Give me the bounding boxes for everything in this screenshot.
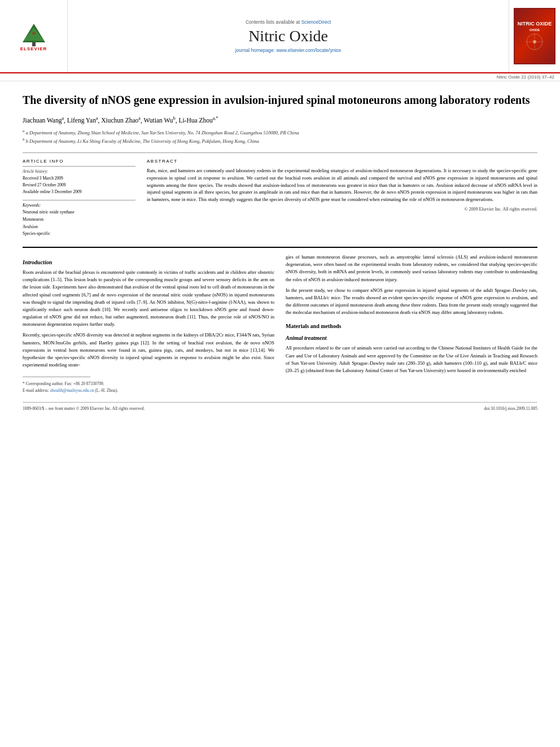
history-label: Article history: <box>23 169 135 174</box>
body-left-column: Introduction Roots avulsion of the brach… <box>23 254 274 394</box>
journal-title-header: Nitric Oxide <box>248 27 328 45</box>
authors-line: Jiachuan Wanga, Lifeng Yana, Xiuchun Zha… <box>23 115 537 125</box>
abstract-label: ABSTRACT <box>147 159 537 164</box>
page-header: ELSEVIER Contents lists available at Sci… <box>0 0 560 73</box>
info-abstract-section: ARTICLE INFO Article history: Received 3… <box>23 159 537 238</box>
abstract-text: Rats, mice, and hamsters are commonly us… <box>147 167 537 203</box>
elsevier-tree-icon <box>17 21 51 46</box>
article-dates: Received 3 March 2009 Revised 27 October… <box>23 175 135 195</box>
footnote-divider <box>23 377 90 377</box>
affiliations-block: a a Department of Anatomy, Zhong Shan Sc… <box>23 128 537 145</box>
elsevier-logo-block: ELSEVIER <box>0 0 68 72</box>
footnote-corresponding: * Corresponding author. Fax: +86 20 8733… <box>23 381 274 387</box>
article-title: The diversity of nNOS gene expression in… <box>23 93 537 107</box>
introduction-heading: Introduction <box>23 259 274 265</box>
journal-center-header: Contents lists available at ScienceDirec… <box>68 0 509 72</box>
copyright-line: © 2009 Elsevier Inc. All rights reserved… <box>147 207 537 212</box>
keywords-block: Keywords: Neuronal nitric oxide synthase… <box>23 200 135 238</box>
sciencedirect-line: Contents lists available at ScienceDirec… <box>246 19 331 25</box>
intro-paragraph-2: Recently, species-specific nNOS diversit… <box>23 331 274 369</box>
footnote-email-link[interactable]: zhoulih@mailsysu.edu.cn <box>50 388 94 393</box>
sciencedirect-link[interactable]: ScienceDirect <box>301 19 331 25</box>
right-paragraph-2: In the present study, we chose to compar… <box>286 287 537 317</box>
keywords-list: Neuronal nitric oxide synthase Motoneuro… <box>23 209 135 238</box>
body-right-column: gies of human motoneuron disease process… <box>286 254 537 394</box>
animal-treatment-heading: Animal treatment <box>286 335 537 341</box>
doi-text: doi:10.1016/j.niox.2009.11.005 <box>484 406 537 411</box>
main-content: The diversity of nNOS gene expression in… <box>0 81 560 422</box>
intro-paragraph-1: Roots avulsion of the brachial plexus is… <box>23 269 274 328</box>
issn-text: 1089-8603/$ – see front matter © 2009 El… <box>23 406 145 411</box>
journal-homepage: journal homepage: www.elsevier.com/locat… <box>235 47 342 53</box>
citation-line: Nitric Oxide 22 (2010) 37–42 <box>0 73 560 81</box>
article-info-column: ARTICLE INFO Article history: Received 3… <box>23 159 135 238</box>
footnote-email: E-mail address: zhoulih@mailsysu.edu.cn … <box>23 387 274 394</box>
cover-art-icon <box>520 32 549 51</box>
divider-2 <box>23 247 537 248</box>
elsevier-text: ELSEVIER <box>20 46 47 51</box>
article-info-label: ARTICLE INFO <box>23 159 135 164</box>
right-paragraph-1: gies of human motoneuron disease process… <box>286 254 537 283</box>
divider-1 <box>23 152 537 153</box>
nitric-oxide-cover-icon: NITRIC OXIDE OXIDE <box>514 8 555 64</box>
animal-treatment-text: All procedures related to the care of an… <box>286 344 537 374</box>
journal-right-logo: NITRIC OXIDE OXIDE <box>509 0 560 72</box>
svg-point-3 <box>32 32 36 35</box>
svg-point-7 <box>533 40 536 43</box>
body-content: Introduction Roots avulsion of the brach… <box>23 254 537 394</box>
keywords-label: Keywords: <box>23 203 135 208</box>
abstract-column: ABSTRACT Rats, mice, and hamsters are co… <box>147 159 537 238</box>
materials-methods-heading: Materials and methods <box>286 323 537 329</box>
bottom-bar: 1089-8603/$ – see front matter © 2009 El… <box>23 402 537 411</box>
article-history-block: Article history: Received 3 March 2009 R… <box>23 166 135 195</box>
